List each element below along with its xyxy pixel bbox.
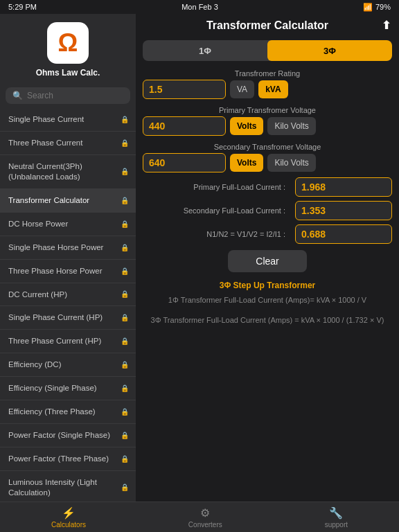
formula2-text: 3Φ Transformer Full-Load Current (Amps) … (145, 314, 389, 326)
ratio-value (295, 224, 392, 244)
sidebar-item-label-4: DC Horse Power (8, 219, 68, 229)
primary-current-label: Primary Full-Load Current : (143, 183, 291, 191)
battery-label: 79% (375, 3, 391, 11)
logo-box: Ω (47, 22, 89, 64)
status-time: 5:29 PM (8, 3, 37, 11)
page-title: Transformer Calculator (206, 19, 328, 32)
primary-voltage-row: Volts Kilo Volts (143, 116, 392, 136)
search-bar[interactable]: 🔍 (6, 87, 130, 104)
lock-icon-0: 🔒 (121, 116, 129, 123)
sidebar-item-label-5: Single Phase Horse Power (8, 242, 103, 253)
transformer-rating-row: VA kVA (143, 80, 392, 99)
wifi-icon: 📶 (363, 3, 373, 12)
transformer-rating-input[interactable] (143, 80, 226, 99)
tab-calculators[interactable]: ⚡ Calculators (51, 506, 86, 529)
lock-icon-13: 🔒 (121, 432, 129, 439)
lock-icon-1: 🔒 (121, 139, 129, 147)
sidebar: Ω Ohms Law Calc. 🔍 Single Phase Current🔒… (0, 14, 136, 502)
sidebar-item-13[interactable]: Power Factor (Single Phase)🔒 (0, 424, 136, 447)
main-header: Transformer Calculator ⬆ (136, 14, 399, 36)
secondary-voltage-row: Volts Kilo Volts (143, 153, 392, 172)
sidebar-item-3[interactable]: Transformer Calculator🔒 (0, 189, 136, 213)
primary-kilovolts-button[interactable]: Kilo Volts (267, 117, 315, 135)
info-label: 3Φ Step Up Transformer (136, 281, 399, 290)
secondary-current-label: Secondary Full-Load Current : (143, 206, 291, 215)
sidebar-item-label-11: Efficiency (Single Phase) (8, 383, 97, 393)
sidebar-item-15[interactable]: Luminous Intensity (Light Calculation)🔒 (0, 471, 136, 502)
primary-current-row: Primary Full-Load Current : (143, 177, 392, 197)
sidebar-item-4[interactable]: DC Horse Power🔒 (0, 213, 136, 236)
tab-calculators-label: Calculators (51, 521, 86, 529)
primary-volts-button[interactable]: Volts (230, 117, 263, 135)
sidebar-item-1[interactable]: Three Phase Current🔒 (0, 132, 136, 155)
sidebar-item-12[interactable]: Efficiency (Three Phase)🔒 (0, 400, 136, 424)
lock-icon-7: 🔒 (121, 290, 129, 298)
status-bar: 5:29 PM Mon Feb 3 📶 79% (0, 0, 399, 14)
lock-icon-10: 🔒 (121, 361, 129, 369)
sidebar-item-label-14: Power Factor (Three Phase) (8, 454, 109, 464)
search-input[interactable] (27, 91, 123, 100)
tab-support[interactable]: 🔧 support (325, 506, 348, 529)
sidebar-item-6[interactable]: Three Phase Horse Power🔒 (0, 260, 136, 283)
phase-3-button[interactable]: 3Φ (267, 40, 392, 61)
logo-label: Ohms Law Calc. (36, 68, 100, 78)
calculators-icon: ⚡ (62, 506, 76, 520)
clear-button[interactable]: Clear (228, 250, 306, 272)
status-date: Mon Feb 3 (181, 3, 218, 11)
sidebar-item-label-13: Power Factor (Single Phase) (8, 430, 110, 441)
lock-icon-8: 🔒 (121, 314, 129, 321)
support-icon: 🔧 (329, 506, 343, 520)
sidebar-item-label-12: Efficiency (Three Phase) (8, 407, 96, 417)
primary-voltage-input[interactable] (143, 116, 226, 136)
sidebar-item-14[interactable]: Power Factor (Three Phase)🔒 (0, 447, 136, 471)
sidebar-item-label-9: Three Phase Current (HP) (8, 336, 101, 346)
sidebar-item-5[interactable]: Single Phase Horse Power🔒 (0, 236, 136, 260)
sidebar-item-label-6: Three Phase Horse Power (8, 266, 103, 276)
sidebar-item-0[interactable]: Single Phase Current🔒 (0, 108, 136, 132)
lock-icon-4: 🔒 (121, 220, 129, 228)
sidebar-item-11[interactable]: Efficiency (Single Phase)🔒 (0, 377, 136, 400)
kva-button[interactable]: kVA (258, 80, 287, 98)
secondary-kilovolts-button[interactable]: Kilo Volts (267, 154, 315, 172)
sidebar-item-8[interactable]: Single Phase Current (HP)🔒 (0, 306, 136, 330)
primary-current-value (295, 177, 392, 197)
secondary-voltage-label: Secondary Transfromer Voltage (136, 143, 399, 151)
sidebar-item-label-3: Transformer Calculator (8, 195, 89, 206)
lock-icon-11: 🔒 (121, 384, 129, 392)
lock-icon-2: 🔒 (121, 168, 129, 175)
secondary-current-value (295, 201, 392, 220)
transformer-rating-label: Transfromer Rating (136, 69, 399, 78)
search-icon: 🔍 (12, 91, 23, 100)
phase-1-button[interactable]: 1Φ (143, 40, 267, 61)
omega-icon: Ω (58, 30, 78, 55)
lock-icon-3: 🔒 (121, 197, 129, 204)
sidebar-item-label-2: Neutral Current(3Ph) (Unbalanced Loads) (8, 161, 121, 182)
lock-icon-15: 🔒 (121, 484, 129, 491)
lock-icon-5: 🔒 (121, 244, 129, 251)
share-icon[interactable]: ⬆ (382, 19, 391, 32)
app-layout: Ω Ohms Law Calc. 🔍 Single Phase Current🔒… (0, 14, 399, 502)
lock-icon-9: 🔒 (121, 337, 129, 345)
sidebar-item-label-0: Single Phase Current (8, 114, 84, 125)
sidebar-item-label-8: Single Phase Current (HP) (8, 312, 103, 323)
sidebar-item-label-15: Luminous Intensity (Light Calculation) (8, 477, 121, 498)
sidebar-item-9[interactable]: Three Phase Current (HP)🔒 (0, 330, 136, 353)
lock-icon-12: 🔒 (121, 408, 129, 416)
sidebar-item-7[interactable]: DC Current (HP)🔒 (0, 283, 136, 307)
formula1-text: 1Φ Transformer Full-Load Current (Amps)=… (145, 294, 389, 306)
ratio-row: N1/N2 = V1/V2 = I2/I1 : (143, 224, 392, 244)
secondary-volts-button[interactable]: Volts (230, 154, 263, 172)
secondary-voltage-input[interactable] (143, 153, 226, 172)
va-button[interactable]: VA (230, 80, 254, 98)
sidebar-item-10[interactable]: Efficiency (DC)🔒 (0, 353, 136, 377)
sidebar-item-label-7: DC Current (HP) (8, 290, 67, 300)
sidebar-item-2[interactable]: Neutral Current(3Ph) (Unbalanced Loads)🔒 (0, 155, 136, 189)
sidebar-logo: Ω Ohms Law Calc. (0, 14, 136, 83)
status-right: 📶 79% (363, 3, 391, 12)
tab-support-label: support (325, 521, 348, 529)
tab-converters-label: Converters (188, 521, 222, 529)
sidebar-items: Single Phase Current🔒Three Phase Current… (0, 108, 136, 502)
sidebar-item-label-1: Three Phase Current (8, 138, 82, 148)
tab-converters[interactable]: ⚙ Converters (188, 506, 222, 529)
secondary-current-row: Secondary Full-Load Current : (143, 201, 392, 220)
